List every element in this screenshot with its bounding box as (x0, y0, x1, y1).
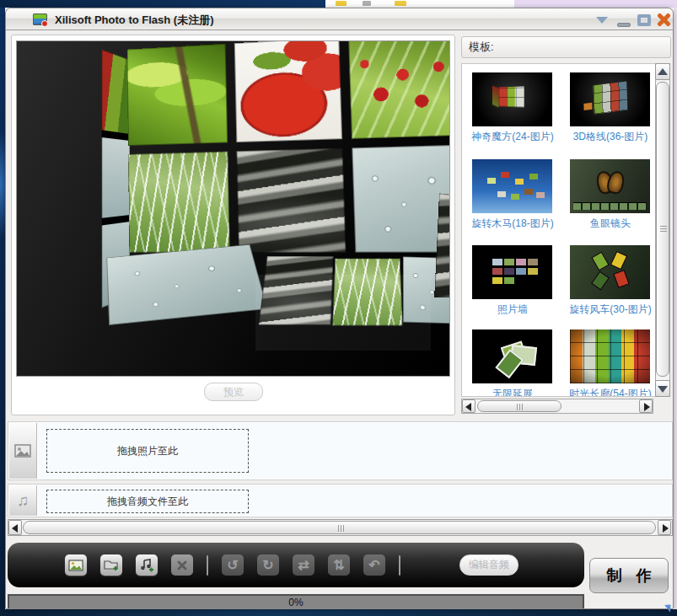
scroll-up-button[interactable] (655, 63, 670, 80)
maximize-button[interactable] (635, 8, 655, 30)
template-label[interactable]: 旋转风车(30-图片) (560, 303, 657, 315)
photo-drop-zone[interactable]: 拖拽照片至此 (38, 423, 671, 479)
triangle-right-icon (644, 403, 650, 411)
desktop-icon (395, 1, 406, 6)
add-audio-icon (139, 559, 154, 572)
progress-percent: 0% (288, 597, 303, 608)
desktop-icon (336, 1, 347, 6)
triangle-left-icon (465, 403, 471, 411)
rotate-right-button[interactable]: ↻ (257, 554, 279, 576)
screen: Xilisoft Photo to Flash (未注册) (0, 0, 677, 616)
audio-drop-zone[interactable]: 拖拽音频文件至此 (38, 485, 671, 516)
cube-front-face (127, 40, 450, 262)
app-icon (33, 13, 47, 25)
photo-icon (14, 444, 31, 458)
photo-track-icon-cell (9, 423, 37, 479)
add-folder-button[interactable] (100, 554, 122, 576)
template-label[interactable]: 旋转木马(18-图片) (462, 217, 563, 229)
progress-bar: 0% (8, 594, 584, 609)
triangle-up-icon (658, 68, 668, 75)
timeline-scroll-thumb[interactable] (23, 521, 656, 534)
timeline-scroll-left-button[interactable] (8, 520, 22, 535)
minimize-button[interactable] (615, 8, 635, 30)
add-photo-button[interactable] (65, 554, 87, 576)
cube-tile (234, 40, 342, 142)
template-label[interactable]: 时光长廊(54-图片) (560, 388, 657, 397)
app-window: Xilisoft Photo to Flash (未注册) (5, 8, 674, 609)
timeline-scroll-right-button[interactable] (658, 520, 671, 535)
template-label[interactable]: 神奇魔方(24-图片) (462, 131, 563, 142)
add-audio-button[interactable] (136, 554, 158, 576)
preview-button[interactable]: 预览 (204, 383, 263, 401)
template-thumbnail-pinwheel[interactable] (570, 245, 650, 299)
toolbar-separator (207, 555, 208, 576)
thumbnail-art (593, 253, 608, 270)
reorder-vertical-button[interactable]: ⇅ (328, 554, 350, 576)
toolbar: ↺ ↻ ⇄ ⇅ ↶ 编辑音频 (8, 543, 584, 587)
music-note-icon: ♫ (17, 491, 29, 510)
cube-tile (348, 40, 450, 139)
thumbnail-art (499, 86, 524, 107)
triangle-left-icon (12, 524, 18, 533)
make-button[interactable]: 制 作 (589, 558, 669, 593)
horizontal-scroll-thumb[interactable] (477, 400, 561, 412)
preview-screen (16, 40, 450, 377)
reorder-vertical-icon: ⇅ (333, 559, 344, 572)
edit-audio-button[interactable]: 编辑音频 (459, 554, 518, 576)
vertical-scroll-thumb[interactable] (656, 82, 669, 377)
template-thumbnail-photo-wall[interactable] (472, 245, 552, 299)
title-bar[interactable]: Xilisoft Photo to Flash (未注册) (6, 8, 673, 30)
template-thumbnail-3d-grid[interactable] (570, 72, 650, 126)
desktop-strip (0, 609, 677, 616)
audio-track-row: ♫ 拖拽音频文件至此 (8, 484, 673, 517)
photo-track-row: 拖拽照片至此 (8, 421, 673, 480)
cube-tile (127, 44, 228, 146)
minimize-icon (617, 23, 631, 27)
template-thumbnail-time-corridor[interactable] (570, 329, 650, 383)
templates-header: 模板: (461, 36, 671, 58)
template-label[interactable]: 无限延展 (462, 388, 563, 397)
desktop-icon (363, 1, 371, 6)
thumbnail-art (487, 178, 496, 184)
window-menu-button[interactable] (591, 8, 613, 30)
swap-horizontal-button[interactable]: ⇄ (293, 554, 314, 576)
template-label[interactable]: 鱼眼镜头 (560, 217, 657, 229)
delete-button[interactable] (171, 554, 193, 576)
add-folder-icon (104, 559, 120, 571)
template-thumbnail-magic-cube[interactable] (472, 72, 552, 126)
template-thumbnail-carousel[interactable] (472, 159, 552, 213)
rotate-right-icon: ↻ (262, 559, 273, 572)
rotate-left-button[interactable]: ↺ (222, 554, 244, 576)
preview-button-row: 预览 (12, 378, 454, 415)
close-button[interactable] (654, 8, 674, 30)
add-photo-icon (68, 560, 83, 571)
template-label[interactable]: 照片墙 (462, 303, 563, 315)
thumbnail-art (492, 259, 502, 265)
audio-track-icon-cell: ♫ (9, 485, 37, 516)
scroll-left-button[interactable] (462, 399, 476, 413)
thumbnail-art (594, 82, 628, 115)
window-title: Xilisoft Photo to Flash (未注册) (55, 13, 214, 28)
desktop-strip (514, 0, 677, 8)
template-label[interactable]: 3D格线(36-图片) (560, 131, 657, 142)
undo-icon: ↶ (368, 559, 379, 572)
desktop-strip (325, 0, 514, 8)
undo-button[interactable]: ↶ (363, 554, 385, 576)
cube-tile (352, 145, 450, 253)
audio-drop-target[interactable]: 拖拽音频文件至此 (46, 490, 249, 513)
triangle-right-icon (663, 524, 669, 533)
chevron-down-icon (596, 17, 608, 24)
photo-drop-target[interactable]: 拖拽照片至此 (46, 429, 249, 473)
desktop-strip (674, 8, 677, 609)
delete-icon (177, 560, 187, 570)
triangle-down-icon (658, 386, 668, 393)
rotate-left-icon: ↺ (227, 559, 238, 572)
template-thumbnail-fisheye[interactable] (570, 159, 650, 213)
scroll-down-button[interactable] (655, 380, 670, 397)
butterfly-art (597, 169, 624, 193)
toolbar-separator (399, 555, 400, 576)
template-thumbnail-spread[interactable] (472, 329, 552, 383)
maximize-icon (637, 14, 651, 26)
cube-tile (106, 244, 267, 325)
scroll-right-button[interactable] (639, 399, 653, 413)
